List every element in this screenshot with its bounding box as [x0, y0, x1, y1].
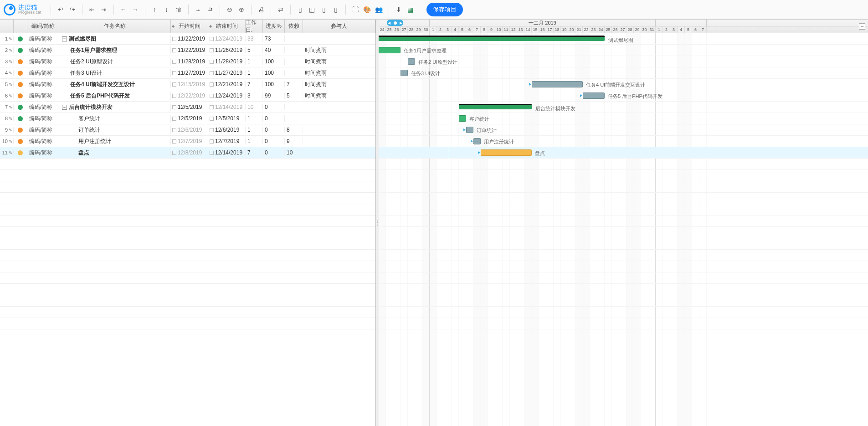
name-cell[interactable]: −测试燃尽图: [59, 35, 171, 43]
gantt-bar[interactable]: 客户统计: [459, 115, 466, 122]
gantt-row[interactable]: [379, 318, 868, 329]
gantt-row[interactable]: [379, 250, 868, 261]
end-cell[interactable]: 12/21/2019: [208, 81, 246, 87]
gantt-row[interactable]: [379, 272, 868, 284]
table-row[interactable]: [0, 170, 375, 181]
name-cell[interactable]: 盘点: [59, 149, 171, 157]
gantt-row[interactable]: [379, 181, 868, 193]
edit-icon[interactable]: ✎: [9, 59, 12, 64]
dep-cell[interactable]: 9: [285, 138, 303, 144]
end-cell[interactable]: 12/6/2019: [208, 127, 246, 133]
table-row[interactable]: [0, 159, 375, 170]
table-row[interactable]: 8✎编码/简称客户统计12/5/201912/5/201910: [0, 113, 375, 124]
progress-cell[interactable]: 0: [263, 104, 285, 110]
days-cell[interactable]: 7: [246, 81, 263, 87]
gantt-row[interactable]: [379, 307, 868, 318]
table-row[interactable]: 11✎编码/简称盘点12/8/201912/14/20197010: [0, 147, 375, 159]
col-dep-header[interactable]: 依赖: [285, 20, 303, 33]
people-cell[interactable]: 时间煮雨: [303, 81, 367, 88]
col-progress-header[interactable]: 进度%: [263, 20, 285, 33]
progress-cell[interactable]: 73: [263, 36, 285, 42]
layout4-icon[interactable]: ▯: [331, 5, 341, 15]
days-cell[interactable]: 1: [246, 58, 263, 65]
zoom-in-icon[interactable]: ⊕: [236, 5, 247, 15]
name-cell[interactable]: −后台统计模块开发: [59, 103, 171, 111]
start-cell[interactable]: 12/22/2019: [171, 92, 208, 99]
outdent-icon[interactable]: ⇤: [87, 5, 97, 15]
delete-icon[interactable]: 🗑: [174, 5, 184, 15]
col-code-header[interactable]: 编码/简称: [27, 20, 59, 33]
table-row[interactable]: 9✎编码/简称订单统计12/6/201912/6/2019108: [0, 124, 375, 136]
end-cell[interactable]: 12/7/2019: [208, 138, 246, 144]
code-cell[interactable]: 编码/简称: [27, 58, 59, 66]
table-row[interactable]: [0, 307, 375, 318]
people-cell[interactable]: 时间煮雨: [303, 58, 367, 66]
name-cell[interactable]: 任务2 UI原型设计: [59, 58, 171, 66]
gantt-row[interactable]: 任务5 后台PHP代码开发: [379, 90, 868, 102]
gantt-bar[interactable]: 任务5 后台PHP代码开发: [583, 92, 605, 99]
progress-cell[interactable]: 100: [263, 81, 285, 87]
code-cell[interactable]: 编码/简称: [27, 35, 59, 43]
link-icon[interactable]: ⇄: [276, 5, 286, 15]
edit-icon[interactable]: ✎: [9, 105, 12, 110]
table-row[interactable]: [0, 227, 375, 238]
start-cell[interactable]: 12/5/2019: [171, 104, 208, 110]
gantt-row[interactable]: 任务3 UI设计: [379, 67, 868, 79]
gantt-row[interactable]: 73%测试燃尽图: [379, 33, 868, 45]
code-cell[interactable]: 编码/简称: [27, 92, 59, 100]
undo-icon[interactable]: ↶: [56, 5, 66, 15]
gantt-bar[interactable]: 后台统计模块开发: [459, 104, 532, 109]
code-cell[interactable]: 编码/简称: [27, 46, 59, 54]
layout2-icon[interactable]: ◫: [307, 5, 317, 15]
end-cell[interactable]: 11/26/2019: [208, 47, 246, 53]
col-start-header[interactable]: ◆开始时间: [171, 20, 208, 33]
gantt-row[interactable]: [379, 295, 868, 307]
gantt-row[interactable]: 任务4 UI前端开发交互设计: [379, 79, 868, 90]
name-cell[interactable]: 订单统计: [59, 126, 171, 134]
table-row[interactable]: [0, 295, 375, 307]
start-cell[interactable]: 11/28/2019: [171, 58, 208, 65]
table-row[interactable]: [0, 193, 375, 204]
layout3-icon[interactable]: ▯: [319, 5, 329, 15]
edit-icon[interactable]: ✎: [9, 93, 12, 98]
gantt-row[interactable]: [379, 227, 868, 238]
table-row[interactable]: [0, 238, 375, 250]
gantt-row[interactable]: 盘点: [379, 147, 868, 159]
dep-cell[interactable]: 5: [285, 92, 303, 99]
end-cell[interactable]: 11/27/2019: [208, 70, 246, 76]
name-cell[interactable]: 客户统计: [59, 115, 171, 123]
table-row[interactable]: [0, 181, 375, 193]
edit-icon[interactable]: ✎: [9, 48, 12, 53]
table-row[interactable]: [0, 261, 375, 272]
people-cell[interactable]: 时间煮雨: [303, 92, 367, 100]
fullscreen-icon[interactable]: ⛶: [350, 5, 360, 15]
end-cell[interactable]: 12/24/2019: [208, 92, 246, 99]
days-cell[interactable]: 10: [246, 104, 263, 110]
progress-cell[interactable]: 100: [263, 70, 285, 76]
users-icon[interactable]: 👥: [374, 5, 384, 15]
table-row[interactable]: [0, 216, 375, 227]
code-cell[interactable]: 编码/简称: [27, 103, 59, 111]
start-cell[interactable]: 12/15/2019: [171, 81, 208, 87]
col-days-header[interactable]: 工作日.: [246, 20, 263, 33]
gantt-bar[interactable]: 用户注册统计: [473, 138, 481, 144]
gantt-row[interactable]: 用户注册统计: [379, 136, 868, 147]
start-cell[interactable]: 11/27/2019: [171, 70, 208, 76]
start-cell[interactable]: 12/6/2019: [171, 127, 208, 133]
days-cell[interactable]: 1: [246, 127, 263, 133]
table-row[interactable]: 10✎编码/简称用户注册统计12/7/201912/7/2019109: [0, 136, 375, 147]
gantt-bar[interactable]: 盘点: [481, 149, 532, 156]
days-cell[interactable]: 5: [246, 47, 263, 53]
code-cell[interactable]: 编码/简称: [27, 126, 59, 134]
edit-icon[interactable]: ✎: [9, 128, 12, 133]
gantt-row[interactable]: 后台统计模块开发: [379, 102, 868, 113]
code-cell[interactable]: 编码/简称: [27, 69, 59, 77]
gantt-row[interactable]: 任务2 UI原型设计: [379, 56, 868, 67]
edit-icon[interactable]: ✎: [9, 150, 12, 155]
palette-icon[interactable]: 🎨: [362, 5, 372, 15]
move-up-icon[interactable]: ↑: [150, 5, 160, 15]
end-cell[interactable]: 12/14/2019: [208, 149, 246, 156]
table-row[interactable]: 7✎编码/简称−后台统计模块开发12/5/201912/14/2019100: [0, 102, 375, 113]
gantt-bar[interactable]: 任务4 UI前端开发交互设计: [532, 81, 583, 87]
end-cell[interactable]: 12/14/2019: [208, 104, 246, 110]
